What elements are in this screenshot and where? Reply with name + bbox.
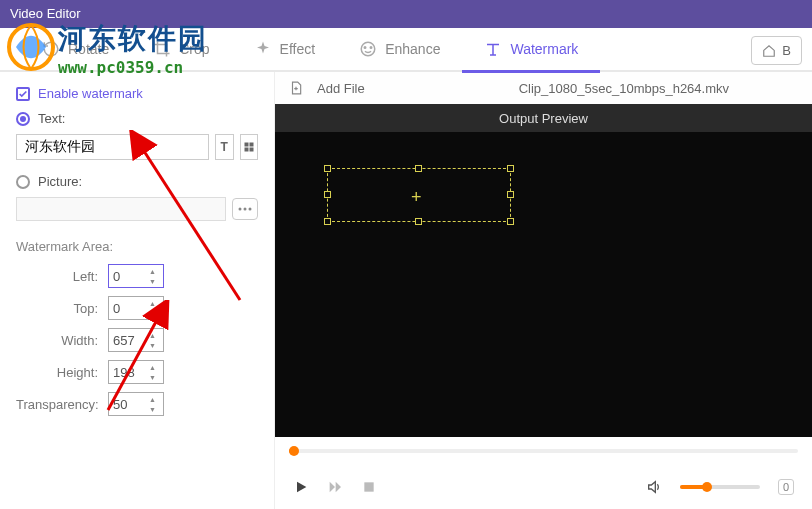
picture-radio-label: Picture: bbox=[38, 174, 82, 189]
resize-handle-bl[interactable] bbox=[324, 218, 331, 225]
enable-watermark-checkbox[interactable]: Enable watermark bbox=[16, 86, 258, 101]
svg-rect-3 bbox=[244, 143, 248, 147]
volume-slider[interactable] bbox=[680, 485, 760, 489]
svg-point-9 bbox=[249, 208, 252, 211]
file-row: Add File Clip_1080_5sec_10mbps_h264.mkv bbox=[275, 72, 812, 104]
width-spinner[interactable]: 657 ▲▼ bbox=[108, 328, 164, 352]
text-radio-label: Text: bbox=[38, 111, 65, 126]
svg-point-8 bbox=[244, 208, 247, 211]
preview-header: Output Preview bbox=[275, 104, 812, 132]
watermark-area-title: Watermark Area: bbox=[16, 239, 258, 254]
tab-bar: Rotate Crop Effect Enhance Watermark bbox=[0, 28, 812, 72]
radio-off-icon bbox=[16, 175, 30, 189]
tab-effect[interactable]: Effect bbox=[232, 27, 338, 71]
transparency-label: Transparency: bbox=[16, 397, 108, 412]
tab-rotate[interactable]: Rotate bbox=[20, 27, 131, 71]
svg-rect-4 bbox=[249, 143, 253, 147]
top-label: Top: bbox=[16, 301, 108, 316]
font-button[interactable]: T bbox=[215, 134, 234, 160]
crop-icon bbox=[153, 40, 171, 58]
watermark-text-input[interactable] bbox=[16, 134, 209, 160]
resize-handle-bm[interactable] bbox=[415, 218, 422, 225]
left-label: Left: bbox=[16, 269, 108, 284]
tab-watermark-label: Watermark bbox=[510, 41, 578, 57]
resize-handle-tr[interactable] bbox=[507, 165, 514, 172]
svg-point-2 bbox=[370, 47, 372, 49]
height-value: 198 bbox=[113, 365, 135, 380]
rotate-icon bbox=[42, 40, 60, 58]
sparkle-icon bbox=[254, 40, 272, 58]
tab-effect-label: Effect bbox=[280, 41, 316, 57]
move-icon: + bbox=[411, 187, 422, 208]
tab-enhance-label: Enhance bbox=[385, 41, 440, 57]
volume-button[interactable] bbox=[646, 479, 662, 495]
style-button[interactable] bbox=[240, 134, 259, 160]
svg-rect-6 bbox=[249, 148, 253, 152]
volume-icon bbox=[646, 479, 662, 495]
svg-rect-10 bbox=[364, 482, 373, 491]
forward-icon bbox=[327, 479, 343, 495]
radio-on-icon bbox=[16, 112, 30, 126]
time-counter: 0 bbox=[778, 479, 794, 495]
resize-handle-tl[interactable] bbox=[324, 165, 331, 172]
transparency-value: 50 bbox=[113, 397, 127, 412]
resize-handle-rm[interactable] bbox=[507, 191, 514, 198]
watermark-overlay-box[interactable]: + bbox=[327, 168, 511, 222]
text-radio[interactable]: Text: bbox=[16, 111, 258, 126]
home-icon bbox=[762, 44, 776, 58]
top-value: 0 bbox=[113, 301, 120, 316]
checkbox-icon bbox=[16, 87, 30, 101]
picture-radio[interactable]: Picture: bbox=[16, 174, 258, 189]
height-spinner[interactable]: 198 ▲▼ bbox=[108, 360, 164, 384]
left-spinner[interactable]: 0 ▲▼ bbox=[108, 264, 164, 288]
play-icon bbox=[293, 479, 309, 495]
top-spinner[interactable]: 0 ▲▼ bbox=[108, 296, 164, 320]
resize-handle-tm[interactable] bbox=[415, 165, 422, 172]
forward-button[interactable] bbox=[327, 479, 343, 495]
svg-rect-5 bbox=[244, 148, 248, 152]
back-button[interactable]: B bbox=[751, 36, 802, 65]
back-button-label: B bbox=[782, 43, 791, 58]
play-button[interactable] bbox=[293, 479, 309, 495]
transparency-spinner[interactable]: 50 ▲▼ bbox=[108, 392, 164, 416]
watermark-sidebar: Enable watermark Text: T Picture: Waterm… bbox=[0, 72, 274, 509]
add-file-button[interactable]: Add File bbox=[317, 81, 365, 96]
resize-handle-lm[interactable] bbox=[324, 191, 331, 198]
stop-button[interactable] bbox=[361, 479, 377, 495]
browse-button[interactable] bbox=[232, 198, 258, 220]
resize-handle-br[interactable] bbox=[507, 218, 514, 225]
preview-panel: Add File Clip_1080_5sec_10mbps_h264.mkv … bbox=[274, 72, 812, 509]
timeline-slider[interactable] bbox=[289, 449, 798, 453]
dots-icon bbox=[238, 207, 252, 211]
text-icon bbox=[484, 40, 502, 58]
tab-crop[interactable]: Crop bbox=[131, 27, 231, 71]
tab-enhance[interactable]: Enhance bbox=[337, 27, 462, 71]
width-label: Width: bbox=[16, 333, 108, 348]
tab-watermark[interactable]: Watermark bbox=[462, 27, 600, 71]
palette-icon bbox=[359, 40, 377, 58]
tab-crop-label: Crop bbox=[179, 41, 209, 57]
window-titlebar: Video Editor bbox=[0, 0, 812, 28]
add-file-icon bbox=[289, 81, 303, 95]
window-title: Video Editor bbox=[10, 6, 81, 21]
svg-point-7 bbox=[239, 208, 242, 211]
left-value: 0 bbox=[113, 269, 120, 284]
enable-watermark-label: Enable watermark bbox=[38, 86, 143, 101]
file-name[interactable]: Clip_1080_5sec_10mbps_h264.mkv bbox=[519, 81, 729, 96]
tab-rotate-label: Rotate bbox=[68, 41, 109, 57]
picture-path-input[interactable] bbox=[16, 197, 226, 221]
color-icon bbox=[243, 141, 255, 153]
width-value: 657 bbox=[113, 333, 135, 348]
height-label: Height: bbox=[16, 365, 108, 380]
stop-icon bbox=[361, 479, 377, 495]
video-preview[interactable]: + bbox=[275, 132, 812, 437]
svg-point-0 bbox=[361, 42, 375, 56]
svg-point-1 bbox=[364, 47, 366, 49]
